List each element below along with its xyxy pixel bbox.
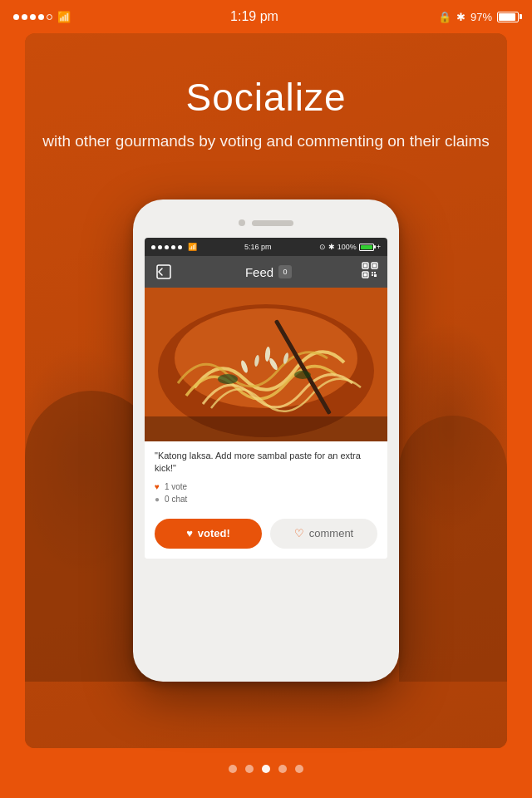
inner-battery-percent: 100% bbox=[337, 243, 357, 251]
chat-icon: ● bbox=[155, 495, 160, 504]
inner-signal: 📶 bbox=[151, 243, 197, 251]
action-row: ♥ voted! ♡ comment bbox=[145, 512, 387, 559]
bluetooth-icon: ✱ bbox=[456, 11, 466, 23]
qr-icon[interactable] bbox=[361, 261, 379, 283]
svg-rect-2 bbox=[363, 264, 367, 268]
nav-title-area: Feed 0 bbox=[245, 265, 292, 279]
phone-speaker bbox=[252, 220, 293, 226]
phone-screen: 📶 5:16 pm ⊙ ✱ 100% + bbox=[145, 238, 387, 559]
phone-mockup: 📶 5:16 pm ⊙ ✱ 100% + bbox=[133, 200, 399, 682]
nav-title: Feed bbox=[245, 265, 273, 279]
comment-bubble-icon: ♡ bbox=[294, 527, 304, 539]
chat-count: 0 chat bbox=[165, 495, 187, 504]
page-dot-4[interactable] bbox=[278, 765, 287, 773]
svg-rect-9 bbox=[372, 274, 373, 276]
inner-status-bar: 📶 5:16 pm ⊙ ✱ 100% + bbox=[145, 238, 387, 256]
battery-icon bbox=[497, 12, 519, 22]
inner-lock-icon: ⊙ bbox=[319, 243, 326, 251]
inner-battery-icon bbox=[359, 244, 374, 251]
voted-button[interactable]: ♥ voted! bbox=[155, 519, 262, 549]
signal-area: 📶 bbox=[13, 11, 71, 23]
vote-row: ♥ 1 vote bbox=[155, 482, 377, 491]
voted-label: voted! bbox=[198, 527, 230, 539]
svg-rect-6 bbox=[363, 273, 367, 277]
phone-outer-shell: 📶 5:16 pm ⊙ ✱ 100% + bbox=[133, 200, 399, 682]
status-time: 1:19 pm bbox=[230, 9, 278, 24]
phone-top-bar bbox=[145, 211, 387, 234]
battery-percent: 97% bbox=[470, 11, 492, 23]
page-dot-1[interactable] bbox=[229, 765, 237, 773]
food-image bbox=[145, 288, 387, 441]
svg-rect-4 bbox=[372, 264, 376, 268]
svg-point-21 bbox=[294, 371, 311, 379]
headline-block: Socialize with other gourmands by voting… bbox=[0, 75, 532, 154]
caption-area: "Katong laksa. Add more sambal paste for… bbox=[145, 441, 387, 512]
svg-rect-10 bbox=[374, 274, 377, 277]
phone-camera bbox=[239, 219, 245, 226]
status-bar: 📶 1:19 pm 🔒 ✱ 97% bbox=[0, 0, 532, 33]
inner-time: 5:16 pm bbox=[244, 243, 272, 251]
svg-point-20 bbox=[218, 374, 238, 384]
heart-icon: ♥ bbox=[155, 482, 160, 491]
inner-battery-area: ⊙ ✱ 100% + bbox=[319, 243, 381, 251]
comment-label: comment bbox=[309, 527, 353, 539]
pagination bbox=[0, 765, 532, 773]
wifi-icon: 📶 bbox=[57, 11, 71, 23]
vote-count: 1 vote bbox=[165, 482, 187, 491]
page-dot-3-active[interactable] bbox=[262, 765, 270, 773]
svg-rect-8 bbox=[374, 272, 376, 273]
page-title: Socialize bbox=[33, 75, 499, 120]
battery-area: 🔒 ✱ 97% bbox=[438, 11, 519, 23]
page-subtitle: with other gourmands by voting and comme… bbox=[33, 130, 499, 154]
main-container: Socialize with other gourmands by voting… bbox=[0, 33, 532, 798]
page-dot-2[interactable] bbox=[245, 765, 254, 773]
comment-button[interactable]: ♡ comment bbox=[270, 519, 377, 549]
inner-bluetooth-icon: ✱ bbox=[328, 243, 335, 251]
back-icon[interactable] bbox=[153, 260, 176, 283]
food-caption: "Katong laksa. Add more sambal paste for… bbox=[155, 450, 377, 475]
voted-heart-icon: ♥ bbox=[186, 527, 193, 539]
nav-badge: 0 bbox=[278, 265, 292, 278]
svg-rect-22 bbox=[145, 416, 387, 441]
page-dot-5[interactable] bbox=[295, 765, 303, 773]
nav-bar: Feed 0 bbox=[145, 256, 387, 288]
svg-rect-7 bbox=[372, 272, 373, 273]
chat-row: ● 0 chat bbox=[155, 495, 377, 504]
lock-icon: 🔒 bbox=[438, 11, 451, 23]
